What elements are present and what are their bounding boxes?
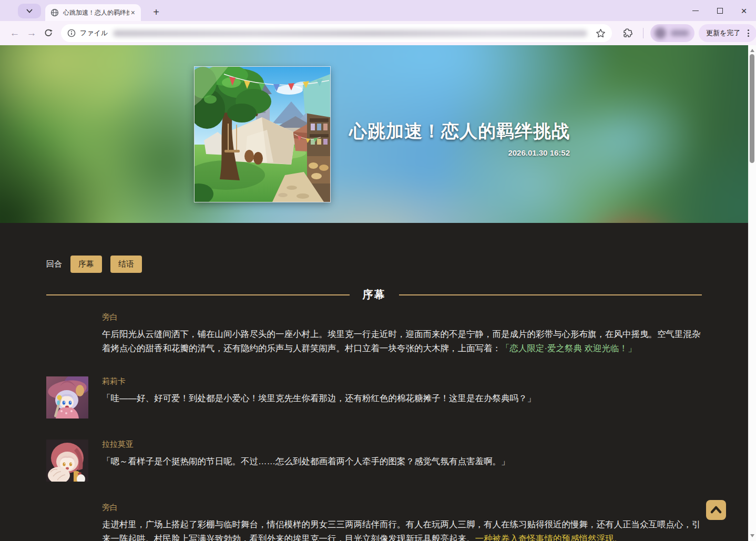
close-icon: × <box>741 6 747 16</box>
round-label: 回合 <box>46 259 62 269</box>
dialogue-text: 午后阳光从云缝间洒下，铺在山间小路尽头的一座小村上。埃里克一行走近时，迎面而来的… <box>102 327 702 355</box>
profile-chip[interactable] <box>650 24 694 42</box>
toolbar-divider <box>643 28 643 38</box>
info-icon[interactable] <box>67 29 76 37</box>
village-scene-illustration <box>195 67 330 202</box>
browser-tab[interactable]: 心跳加速！恋人的羁绊挑战 - 20 × <box>45 4 141 21</box>
hero-caption: 心跳加速！恋人的羁绊挑战 2026.01.30 16:52 <box>349 119 570 157</box>
speaker-name: 旁白 <box>102 312 702 322</box>
window-maximize-button[interactable] <box>708 0 732 21</box>
hero-image <box>195 67 330 202</box>
new-tab-button[interactable]: + <box>149 5 164 19</box>
speaker-name: 莉莉卡 <box>102 376 702 386</box>
chevron-down-icon <box>26 8 33 14</box>
reload-button[interactable] <box>40 25 57 42</box>
dialogue-text: 「哇——好、好可爱！到处都是小爱心！埃里克先生你看那边，还有粉红色的棉花糖摊子！… <box>102 391 702 405</box>
avatar-ririka <box>46 376 88 418</box>
back-arrow-icon: ← <box>10 27 20 39</box>
page-datetime: 2026.01.30 16:52 <box>349 148 570 157</box>
avatar-lalamoa <box>46 440 88 482</box>
avatar <box>655 27 666 39</box>
dialogue-log: 旁白午后阳光从云缝间洒下，铺在山间小路尽头的一座小村上。埃里克一行走近时，迎面而… <box>46 312 702 541</box>
reload-icon <box>44 28 53 38</box>
url-scheme-label: ファイル <box>80 28 108 38</box>
url-bar[interactable]: ファイル <box>61 24 612 42</box>
avatar-spacer <box>46 312 88 355</box>
tab-title: 心跳加速！恋人的羁绊挑战 - 20 <box>63 8 129 17</box>
window-close-button[interactable]: × <box>732 0 756 21</box>
tab-search-button[interactable] <box>18 4 41 18</box>
avatar-spacer <box>46 503 88 541</box>
dialogue-text: 「嗯～看样子是个挺热闹的节日呢。不过……怎么到处都画着两个人牵手的图案？感觉气氛… <box>102 454 702 468</box>
scroll-to-top-button[interactable] <box>706 500 726 520</box>
log-entry: 旁白午后阳光从云缝间洒下，铺在山间小路尽头的一座小村上。埃里克一行走近时，迎面而… <box>46 312 702 355</box>
speaker-name: 旁白 <box>102 503 702 513</box>
extensions-button[interactable] <box>619 25 636 42</box>
globe-favicon-icon <box>50 8 59 17</box>
forward-arrow-icon: → <box>27 27 37 39</box>
dialogue-text: 走进村里，广场上搭起了彩棚与临时舞台，情侣模样的男女三三两两结伴而行。有人在玩两… <box>102 517 702 541</box>
hero-header: 心跳加速！恋人的羁绊挑战 2026.01.30 16:52 <box>0 45 748 223</box>
puzzle-icon <box>622 28 633 38</box>
heading-rule-right <box>399 294 702 295</box>
page-title: 心跳加速！恋人的羁绊挑战 <box>349 119 570 144</box>
tab-close-icon[interactable]: × <box>129 8 137 17</box>
story-content: 回合 序幕 结语 序幕 旁白午后阳光从云缝间洒下，铺在山间小路尽头的一座小村上。… <box>0 223 748 541</box>
phase-nav: 回合 序幕 结语 <box>46 256 702 273</box>
bookmark-star-icon[interactable] <box>596 28 606 38</box>
log-entry: 拉拉莫亚「嗯～看样子是个挺热闹的节日呢。不过……怎么到处都画着两个人牵手的图案？… <box>46 440 702 482</box>
heading-rule-left <box>46 294 350 295</box>
page-scrollbar[interactable] <box>748 45 756 541</box>
scrollbar-up-arrow-icon[interactable] <box>750 49 754 52</box>
section-title: 序幕 <box>363 288 386 302</box>
kebab-menu-icon[interactable] <box>745 27 752 39</box>
chevron-up-icon <box>706 500 726 520</box>
phase-button-prologue[interactable]: 序幕 <box>70 256 102 273</box>
browser-toolbar: ← → ファイル 更新を完了 <box>0 21 756 45</box>
back-button[interactable]: ← <box>6 25 23 42</box>
window-controls: × <box>683 0 756 21</box>
speaker-name: 拉拉莫亚 <box>102 440 702 450</box>
forward-button[interactable]: → <box>23 25 40 42</box>
scrollbar-thumb[interactable] <box>750 54 754 163</box>
section-heading: 序幕 <box>46 288 702 302</box>
tab-strip: 心跳加速！恋人的羁绊挑战 - 20 × + × <box>0 0 756 21</box>
update-chrome-button[interactable]: 更新を完了 <box>699 24 756 42</box>
url-text-blurred <box>113 30 587 37</box>
update-button-label: 更新を完了 <box>706 28 740 38</box>
log-entry: 旁白走进村里，广场上搭起了彩棚与临时舞台，情侣模样的男女三三两两结伴而行。有人在… <box>46 503 702 541</box>
phase-button-epilogue[interactable]: 结语 <box>110 256 142 273</box>
log-entry: 莉莉卡「哇——好、好可爱！到处都是小爱心！埃里克先生你看那边，还有粉红色的棉花糖… <box>46 376 702 418</box>
minimize-icon <box>692 11 699 11</box>
maximize-icon <box>717 8 723 14</box>
profile-name-blurred <box>670 30 689 36</box>
window-minimize-button[interactable] <box>683 0 708 21</box>
scrollbar-down-arrow-icon[interactable] <box>750 534 754 537</box>
